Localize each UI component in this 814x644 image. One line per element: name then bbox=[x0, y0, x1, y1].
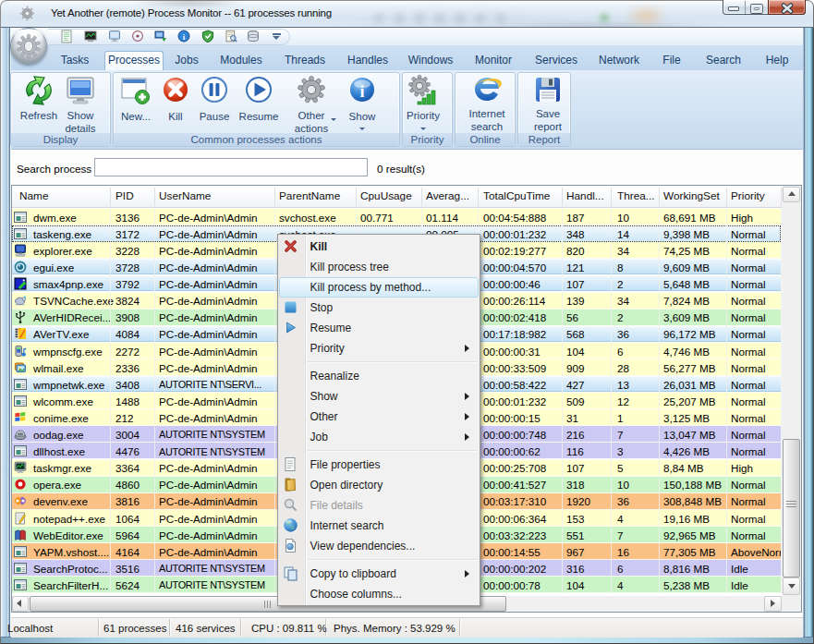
svg-text:i: i bbox=[359, 82, 364, 101]
